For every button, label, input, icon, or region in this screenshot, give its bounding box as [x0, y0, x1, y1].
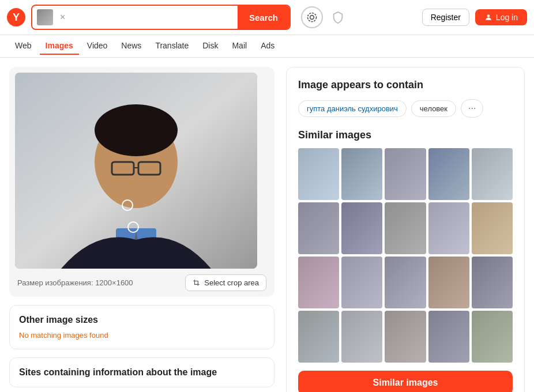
right-card: Image appears to contain гупта даниэль с…	[286, 67, 525, 392]
clear-search-button[interactable]: ×	[58, 12, 67, 22]
similar-image-10[interactable]	[472, 202, 513, 254]
login-button[interactable]: Log in	[475, 9, 527, 25]
similar-image-7[interactable]	[341, 202, 382, 254]
main-image	[15, 73, 257, 269]
search-button[interactable]: Search	[238, 6, 289, 29]
svg-point-2	[487, 14, 490, 17]
similar-image-4[interactable]	[428, 148, 469, 200]
similar-image-11[interactable]	[298, 257, 339, 308]
camera-search-button[interactable]	[301, 6, 323, 28]
similar-image-5[interactable]	[472, 148, 513, 200]
other-sizes-section: Other image sizes No matching images fou…	[9, 305, 274, 349]
similar-image-16[interactable]	[298, 311, 339, 363]
similar-image-2[interactable]	[341, 148, 382, 200]
tags-container: гупта даниэль судхирович человек ···	[298, 99, 513, 118]
image-info: Размер изображения: 1200×1600 Select cro…	[15, 274, 269, 291]
image-placeholder	[15, 73, 257, 269]
tag-more-button[interactable]: ···	[461, 99, 483, 118]
nav-item-disk[interactable]: Disk	[197, 37, 224, 55]
portrait-svg	[15, 73, 257, 269]
tag-human[interactable]: человек	[411, 100, 456, 117]
navigation: Web Images Video News Translate Disk Mai…	[0, 35, 534, 58]
svg-point-0	[310, 16, 314, 20]
left-panel: Размер изображения: 1200×1600 Select cro…	[9, 67, 274, 392]
image-size-label: Размер изображения: 1200×1600	[17, 278, 133, 287]
right-panel: Image appears to contain гупта даниэль с…	[286, 67, 525, 392]
nav-item-video[interactable]: Video	[81, 37, 114, 55]
tag-person-name[interactable]: гупта даниэль судхирович	[298, 100, 407, 117]
similar-image-3[interactable]	[385, 148, 426, 200]
contains-title: Image appears to contain	[298, 79, 513, 91]
header-actions: Register Log in	[422, 9, 527, 26]
nav-item-images[interactable]: Images	[40, 37, 79, 55]
similar-image-17[interactable]	[341, 311, 382, 363]
similar-image-12[interactable]	[341, 257, 382, 308]
sites-title: Sites containing information about the i…	[19, 367, 265, 378]
similar-image-9[interactable]	[428, 202, 469, 254]
nav-item-ads[interactable]: Ads	[255, 37, 280, 55]
svg-point-1	[308, 13, 317, 22]
other-sizes-title: Other image sizes	[19, 315, 265, 325]
nav-item-translate[interactable]: Translate	[149, 37, 194, 55]
yandex-logo: Y	[7, 8, 25, 27]
similar-image-18[interactable]	[385, 311, 426, 363]
select-crop-button[interactable]: Select crop area	[185, 274, 266, 291]
similar-images-button[interactable]: Similar images	[298, 371, 513, 392]
header: Y × Search Register Log in	[0, 0, 534, 35]
sites-section: Sites containing information about the i…	[9, 357, 274, 387]
register-button[interactable]: Register	[422, 9, 469, 26]
similar-image-15[interactable]	[472, 257, 513, 308]
search-input-wrapper: ×	[32, 7, 238, 28]
no-match-text: No matching images found	[19, 331, 265, 340]
similar-image-13[interactable]	[385, 257, 426, 308]
main-content: Размер изображения: 1200×1600 Select cro…	[0, 58, 534, 392]
similar-image-1[interactable]	[298, 148, 339, 200]
crop-handle-2[interactable]	[127, 221, 139, 233]
similar-image-19[interactable]	[428, 311, 469, 363]
search-bar: × Search	[31, 5, 291, 30]
crop-icon	[193, 279, 201, 287]
svg-point-9	[95, 104, 178, 156]
similar-image-8[interactable]	[385, 202, 426, 254]
nav-item-mail[interactable]: Mail	[226, 37, 253, 55]
nav-item-news[interactable]: News	[115, 37, 147, 55]
image-container: Размер изображения: 1200×1600 Select cro…	[9, 67, 274, 297]
nav-item-web[interactable]: Web	[9, 37, 37, 55]
shield-icon	[329, 8, 347, 27]
similar-image-6[interactable]	[298, 202, 339, 254]
similar-images-title: Similar images	[298, 129, 513, 141]
search-image-thumb	[37, 9, 53, 25]
similar-image-20[interactable]	[472, 311, 513, 363]
similar-images-grid	[298, 148, 513, 363]
similar-image-14[interactable]	[428, 257, 469, 308]
crop-handle-1[interactable]	[122, 199, 133, 211]
